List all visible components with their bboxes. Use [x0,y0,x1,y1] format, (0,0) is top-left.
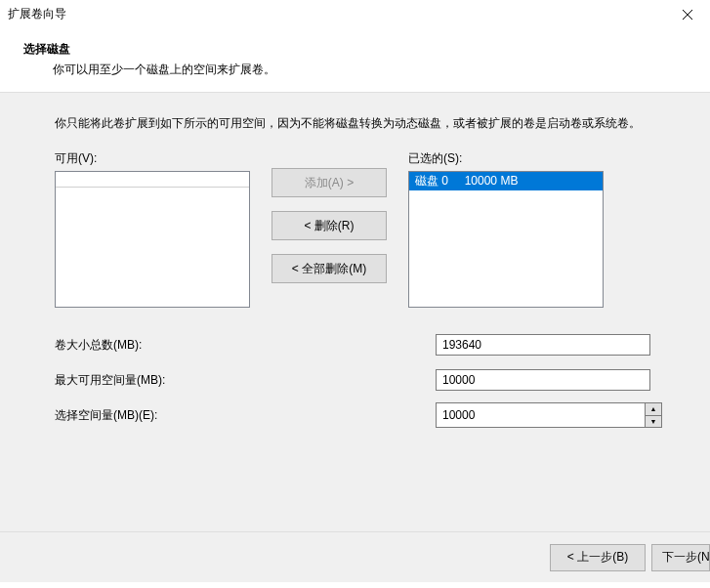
disk-lists: 可用(V): 添加(A) > < 删除(R) < 全部删除(M) 已选的(S):… [55,150,683,308]
selected-label: 已选的(S): [408,150,604,167]
back-button[interactable]: < 上一步(B) [550,544,646,571]
close-button[interactable] [665,0,710,29]
selected-column: 已选的(S): 磁盘 0 10000 MB [408,150,604,308]
selected-listbox[interactable]: 磁盘 0 10000 MB [408,171,604,308]
list-item[interactable]: 磁盘 0 10000 MB [409,172,603,190]
wizard-header: 选择磁盘 你可以用至少一个磁盘上的空间来扩展卷。 [0,29,710,92]
close-icon [683,10,692,20]
spinner-up-button[interactable]: ▲ [645,402,662,415]
size-form: 卷大小总数(MB): 193640 最大可用空间量(MB): 10000 选择空… [55,333,683,427]
available-column: 可用(V): [55,150,250,308]
explanation-text: 你只能将此卷扩展到如下所示的可用空间，因为不能将磁盘转换为动态磁盘，或者被扩展的… [55,114,650,133]
spinner-buttons: ▲ ▼ [645,402,662,428]
choose-space-label: 选择空间量(MB)(E): [55,407,436,424]
choose-space-input[interactable] [436,402,645,428]
max-space-row: 最大可用空间量(MB): 10000 [55,368,683,392]
remove-all-button[interactable]: < 全部删除(M) [271,254,387,283]
remove-button[interactable]: < 删除(R) [271,211,387,240]
add-button[interactable]: 添加(A) > [271,168,387,197]
choose-space-spinner: ▲ ▼ [436,402,662,428]
total-size-label: 卷大小总数(MB): [55,337,436,354]
page-subtitle: 你可以用至少一个磁盘上的空间来扩展卷。 [53,62,687,78]
window-title: 扩展卷向导 [8,6,665,22]
titlebar: 扩展卷向导 [0,0,710,29]
spinner-down-button[interactable]: ▼ [645,415,662,429]
choose-space-row: 选择空间量(MB)(E): ▲ ▼ [55,403,683,427]
total-size-row: 卷大小总数(MB): 193640 [55,333,683,357]
available-list-header [56,172,249,188]
available-label: 可用(V): [55,150,250,167]
transfer-buttons: 添加(A) > < 删除(R) < 全部删除(M) [271,168,387,283]
page-title: 选择磁盘 [23,41,687,58]
next-button[interactable]: 下一步(N) > [651,544,710,571]
total-size-value: 193640 [436,334,650,356]
wizard-content: 你只能将此卷扩展到如下所示的可用空间，因为不能将磁盘转换为动态磁盘，或者被扩展的… [0,92,710,582]
max-space-value: 10000 [436,369,650,391]
available-listbox[interactable] [55,171,250,308]
max-space-label: 最大可用空间量(MB): [55,372,436,389]
wizard-footer: < 上一步(B) 下一步(N) > [0,531,710,582]
